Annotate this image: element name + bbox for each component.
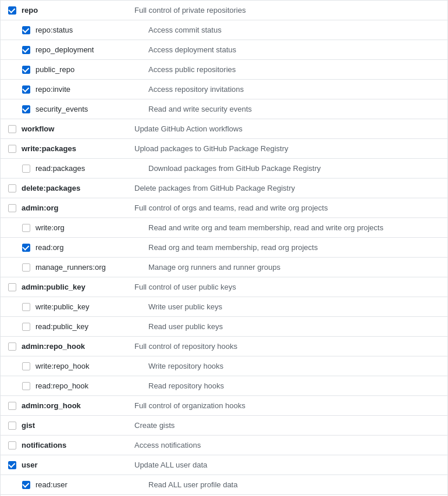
label-repo_status: repo:status <box>35 26 73 34</box>
row-write_repo_hook: write:repo_hookWrite repository hooks <box>1 356 447 376</box>
label-public_repo: public_repo <box>35 65 74 74</box>
description-notifications: Access notifications <box>130 441 440 449</box>
row-write_public_key: write:public_keyWrite user public keys <box>1 297 447 317</box>
checkbox-repo[interactable] <box>8 6 17 15</box>
description-admin_public_key: Full control of user public keys <box>130 283 440 291</box>
checkbox-security_events[interactable] <box>22 105 31 114</box>
description-read_org: Read org and team membership, read org p… <box>144 243 440 252</box>
description-repo_status: Access commit status <box>144 26 440 34</box>
description-write_org: Read and write org and team membership, … <box>144 223 440 232</box>
label-repo_invite: repo:invite <box>35 85 70 94</box>
label-read_org: read:org <box>35 243 63 252</box>
row-security_events: security_eventsRead and write security e… <box>1 99 447 119</box>
label-write_public_key: write:public_key <box>35 302 90 311</box>
row-admin_org_hook: admin:org_hookFull control of organizati… <box>1 396 447 416</box>
row-admin_org: admin:orgFull control of orgs and teams,… <box>1 198 447 218</box>
row-delete_packages: delete:packagesDelete packages from GitH… <box>1 179 447 198</box>
row-repo: repoFull control of private repositories <box>1 1 447 20</box>
checkbox-read_org[interactable] <box>22 243 31 252</box>
checkbox-admin_org_hook[interactable] <box>8 401 17 411</box>
checkbox-notifications[interactable] <box>8 441 17 450</box>
description-security_events: Read and write security events <box>144 105 440 113</box>
checkbox-manage_runners_org[interactable] <box>22 263 31 272</box>
description-write_public_key: Write user public keys <box>144 302 440 311</box>
label-repo_deployment: repo_deployment <box>35 45 94 54</box>
checkbox-write_public_key[interactable] <box>22 302 31 312</box>
label-gist: gist <box>22 421 35 430</box>
label-write_repo_hook: write:repo_hook <box>35 362 90 370</box>
checkbox-repo_status[interactable] <box>22 26 31 35</box>
label-delete_packages: delete:packages <box>22 184 80 192</box>
label-admin_org: admin:org <box>22 204 59 212</box>
label-admin_org_hook: admin:org_hook <box>22 401 81 410</box>
row-repo_status: repo:statusAccess commit status <box>1 20 447 40</box>
description-write_repo_hook: Write repository hooks <box>144 362 440 370</box>
row-read_public_key: read:public_keyRead user public keys <box>1 317 447 337</box>
description-repo_invite: Access repository invitations <box>144 85 440 94</box>
description-read_user: Read ALL user profile data <box>144 480 440 489</box>
checkbox-workflow[interactable] <box>8 124 17 134</box>
label-write_org: write:org <box>35 223 65 232</box>
description-workflow: Update GitHub Action workflows <box>130 124 440 133</box>
description-repo_deployment: Access deployment status <box>144 45 440 54</box>
row-admin_repo_hook: admin:repo_hookFull control of repositor… <box>1 337 447 356</box>
description-delete_packages: Delete packages from GitHub Package Regi… <box>130 184 440 192</box>
row-read_packages: read:packagesDownload packages from GitH… <box>1 159 447 179</box>
checkbox-write_packages[interactable] <box>8 144 17 154</box>
description-gist: Create gists <box>130 421 440 430</box>
checkbox-user[interactable] <box>8 461 17 470</box>
checkbox-repo_deployment[interactable] <box>22 45 31 55</box>
checkbox-write_repo_hook[interactable] <box>22 362 31 371</box>
row-manage_runners_org: manage_runners:orgManage org runners and… <box>1 258 447 277</box>
label-workflow: workflow <box>22 124 54 133</box>
row-read_user: read:userRead ALL user profile data <box>1 475 447 495</box>
label-admin_repo_hook: admin:repo_hook <box>22 342 85 351</box>
row-workflow: workflowUpdate GitHub Action workflows <box>1 119 447 139</box>
checkbox-repo_invite[interactable] <box>22 85 31 94</box>
description-read_public_key: Read user public keys <box>144 322 440 331</box>
label-repo: repo <box>22 6 38 15</box>
checkbox-read_packages[interactable] <box>22 164 31 173</box>
row-repo_invite: repo:inviteAccess repository invitations <box>1 80 447 99</box>
description-admin_repo_hook: Full control of repository hooks <box>130 342 440 351</box>
description-repo: Full control of private repositories <box>130 6 440 15</box>
row-notifications: notificationsAccess notifications <box>1 436 447 455</box>
row-write_packages: write:packagesUpload packages to GitHub … <box>1 139 447 159</box>
label-security_events: security_events <box>35 105 88 113</box>
description-read_repo_hook: Read repository hooks <box>144 381 440 390</box>
checkbox-admin_public_key[interactable] <box>8 283 17 292</box>
checkbox-write_org[interactable] <box>22 223 31 233</box>
label-read_public_key: read:public_key <box>35 322 88 331</box>
description-admin_org_hook: Full control of organization hooks <box>130 401 440 410</box>
label-user: user <box>22 461 37 469</box>
row-user: userUpdate ALL user data <box>1 455 447 475</box>
description-write_packages: Upload packages to GitHub Package Regist… <box>130 144 440 153</box>
row-gist: gistCreate gists <box>1 416 447 436</box>
checkbox-read_repo_hook[interactable] <box>22 381 31 391</box>
checkbox-gist[interactable] <box>8 421 17 430</box>
label-admin_public_key: admin:public_key <box>22 283 86 291</box>
checkbox-read_public_key[interactable] <box>22 322 31 331</box>
row-public_repo: public_repoAccess public repositories <box>1 60 447 80</box>
description-read_packages: Download packages from GitHub Package Re… <box>144 164 440 173</box>
permissions-table: repoFull control of private repositories… <box>0 0 448 496</box>
label-read_repo_hook: read:repo_hook <box>35 381 88 390</box>
description-user: Update ALL user data <box>130 461 440 469</box>
checkbox-admin_org[interactable] <box>8 204 17 213</box>
checkbox-delete_packages[interactable] <box>8 184 17 193</box>
description-admin_org: Full control of orgs and teams, read and… <box>130 204 440 212</box>
checkbox-public_repo[interactable] <box>22 65 31 74</box>
label-read_packages: read:packages <box>35 164 85 173</box>
row-read_org: read:orgRead org and team membership, re… <box>1 238 447 258</box>
row-read_repo_hook: read:repo_hookRead repository hooks <box>1 376 447 396</box>
checkbox-admin_repo_hook[interactable] <box>8 342 17 351</box>
label-read_user: read:user <box>35 480 67 489</box>
description-public_repo: Access public repositories <box>144 65 440 74</box>
label-notifications: notifications <box>22 441 66 449</box>
checkbox-read_user[interactable] <box>22 480 31 490</box>
row-admin_public_key: admin:public_keyFull control of user pub… <box>1 277 447 297</box>
description-manage_runners_org: Manage org runners and runner groups <box>144 263 440 272</box>
row-write_org: write:orgRead and write org and team mem… <box>1 218 447 238</box>
label-manage_runners_org: manage_runners:org <box>35 263 106 272</box>
row-repo_deployment: repo_deploymentAccess deployment status <box>1 40 447 60</box>
